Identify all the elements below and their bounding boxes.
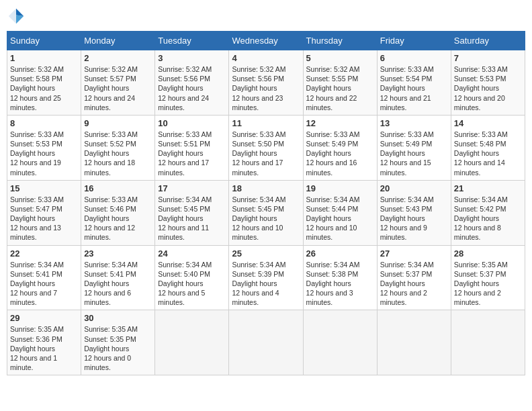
day-number: 9 — [84, 118, 152, 128]
daylight-duration: 12 hours and 0 minutes. — [84, 354, 131, 371]
day-number: 15 — [10, 183, 78, 193]
day-info: Sunrise: 5:35 AM Sunset: 5:37 PM Dayligh… — [454, 260, 522, 308]
sunrise-label: Sunrise: 5:34 AM — [84, 261, 138, 269]
daylight-label: Daylight hours — [232, 149, 277, 157]
daylight-label: Daylight hours — [306, 214, 351, 222]
calendar-week-5: 29 Sunrise: 5:35 AM Sunset: 5:36 PM Dayl… — [7, 310, 525, 375]
day-info: Sunrise: 5:32 AM Sunset: 5:57 PM Dayligh… — [84, 64, 152, 112]
calendar-cell — [303, 310, 377, 375]
sunset-label: Sunset: 5:44 PM — [306, 205, 359, 213]
day-number: 25 — [232, 248, 300, 259]
day-info: Sunrise: 5:34 AM Sunset: 5:42 PM Dayligh… — [454, 195, 522, 242]
day-info: Sunrise: 5:33 AM Sunset: 5:49 PM Dayligh… — [306, 130, 374, 177]
daylight-duration: 12 hours and 22 minutes. — [306, 94, 357, 111]
sunrise-label: Sunrise: 5:34 AM — [454, 195, 508, 203]
sunset-label: Sunset: 5:48 PM — [454, 140, 506, 148]
daylight-duration: 12 hours and 2 minutes. — [454, 289, 501, 306]
daylight-duration: 12 hours and 2 minutes. — [380, 289, 427, 306]
daylight-label: Daylight hours — [380, 84, 425, 92]
day-number: 3 — [158, 53, 226, 63]
calendar-week-4: 22 Sunrise: 5:34 AM Sunset: 5:41 PM Dayl… — [7, 245, 525, 310]
day-header-thursday: Thursday — [303, 32, 377, 50]
sunrise-label: Sunrise: 5:32 AM — [84, 65, 138, 73]
sunrise-label: Sunrise: 5:32 AM — [232, 65, 285, 73]
calendar-cell: 4 Sunrise: 5:32 AM Sunset: 5:56 PM Dayli… — [229, 50, 303, 116]
day-number: 19 — [306, 183, 374, 193]
calendar-cell: 17 Sunrise: 5:34 AM Sunset: 5:45 PM Dayl… — [155, 180, 229, 245]
daylight-duration: 12 hours and 10 minutes. — [306, 224, 357, 241]
day-number: 16 — [84, 183, 152, 193]
calendar-cell: 15 Sunrise: 5:33 AM Sunset: 5:47 PM Dayl… — [7, 180, 81, 245]
day-number: 17 — [158, 183, 226, 193]
calendar-cell: 12 Sunrise: 5:33 AM Sunset: 5:49 PM Dayl… — [303, 115, 377, 180]
daylight-label: Daylight hours — [158, 149, 203, 157]
daylight-duration: 12 hours and 25 minutes. — [10, 94, 61, 111]
daylight-duration: 12 hours and 15 minutes. — [380, 158, 431, 176]
svg-marker-1 — [16, 9, 24, 16]
sunrise-label: Sunrise: 5:35 AM — [454, 261, 508, 269]
day-info: Sunrise: 5:34 AM Sunset: 5:39 PM Dayligh… — [232, 260, 300, 308]
calendar-cell: 30 Sunrise: 5:35 AM Sunset: 5:35 PM Dayl… — [81, 310, 155, 375]
day-number: 10 — [158, 118, 226, 128]
day-number: 7 — [454, 53, 522, 63]
sunset-label: Sunset: 5:56 PM — [232, 75, 284, 83]
sunset-label: Sunset: 5:47 PM — [10, 205, 62, 213]
sunset-label: Sunset: 5:52 PM — [84, 140, 136, 148]
calendar-cell: 9 Sunrise: 5:33 AM Sunset: 5:52 PM Dayli… — [81, 115, 155, 180]
sunset-label: Sunset: 5:49 PM — [306, 140, 359, 148]
sunset-label: Sunset: 5:37 PM — [454, 270, 506, 278]
sunset-label: Sunset: 5:49 PM — [380, 140, 433, 148]
calendar-cell: 18 Sunrise: 5:34 AM Sunset: 5:45 PM Dayl… — [229, 180, 303, 245]
sunset-label: Sunset: 5:51 PM — [158, 140, 210, 148]
daylight-duration: 12 hours and 13 minutes. — [10, 224, 61, 241]
daylight-duration: 12 hours and 10 minutes. — [232, 224, 283, 241]
daylight-label: Daylight hours — [10, 149, 55, 157]
calendar-cell — [229, 310, 303, 375]
calendar-cell: 22 Sunrise: 5:34 AM Sunset: 5:41 PM Dayl… — [7, 245, 81, 310]
day-info: Sunrise: 5:34 AM Sunset: 5:37 PM Dayligh… — [380, 260, 448, 308]
daylight-label: Daylight hours — [232, 214, 277, 222]
day-number: 22 — [10, 248, 78, 259]
sunrise-label: Sunrise: 5:35 AM — [10, 325, 64, 333]
calendar-cell — [451, 310, 525, 375]
calendar-cell: 21 Sunrise: 5:34 AM Sunset: 5:42 PM Dayl… — [451, 180, 525, 245]
daylight-label: Daylight hours — [84, 279, 129, 287]
logo-icon — [7, 7, 26, 26]
day-number: 29 — [10, 313, 78, 323]
calendar-cell: 11 Sunrise: 5:33 AM Sunset: 5:50 PM Dayl… — [229, 115, 303, 180]
calendar-cell: 5 Sunrise: 5:32 AM Sunset: 5:55 PM Dayli… — [303, 50, 377, 116]
sunrise-label: Sunrise: 5:33 AM — [10, 130, 64, 138]
day-info: Sunrise: 5:34 AM Sunset: 5:44 PM Dayligh… — [306, 195, 374, 242]
day-info: Sunrise: 5:33 AM Sunset: 5:50 PM Dayligh… — [232, 130, 300, 177]
daylight-label: Daylight hours — [158, 279, 203, 287]
day-number: 28 — [454, 248, 522, 259]
daylight-label: Daylight hours — [454, 149, 499, 157]
daylight-duration: 12 hours and 20 minutes. — [454, 94, 505, 111]
sunrise-label: Sunrise: 5:34 AM — [232, 195, 285, 203]
sunrise-label: Sunrise: 5:34 AM — [158, 195, 212, 203]
sunset-label: Sunset: 5:42 PM — [454, 205, 506, 213]
sunset-label: Sunset: 5:39 PM — [232, 270, 284, 278]
calendar-cell: 24 Sunrise: 5:34 AM Sunset: 5:40 PM Dayl… — [155, 245, 229, 310]
calendar-cell: 28 Sunrise: 5:35 AM Sunset: 5:37 PM Dayl… — [451, 245, 525, 310]
daylight-duration: 12 hours and 19 minutes. — [10, 158, 61, 176]
day-info: Sunrise: 5:33 AM Sunset: 5:46 PM Dayligh… — [84, 195, 152, 242]
daylight-duration: 12 hours and 21 minutes. — [380, 94, 431, 111]
day-header-monday: Monday — [81, 32, 155, 50]
daylight-label: Daylight hours — [306, 279, 351, 287]
day-info: Sunrise: 5:32 AM Sunset: 5:56 PM Dayligh… — [232, 64, 300, 112]
daylight-duration: 12 hours and 4 minutes. — [232, 289, 279, 306]
sunrise-label: Sunrise: 5:34 AM — [380, 261, 434, 269]
daylight-duration: 12 hours and 6 minutes. — [84, 289, 131, 306]
day-info: Sunrise: 5:34 AM Sunset: 5:40 PM Dayligh… — [158, 260, 226, 308]
sunrise-label: Sunrise: 5:34 AM — [10, 261, 64, 269]
day-info: Sunrise: 5:34 AM Sunset: 5:38 PM Dayligh… — [306, 260, 374, 308]
daylight-label: Daylight hours — [10, 84, 55, 92]
daylight-duration: 12 hours and 11 minutes. — [158, 224, 209, 241]
day-info: Sunrise: 5:33 AM Sunset: 5:53 PM Dayligh… — [454, 64, 522, 112]
calendar-cell: 8 Sunrise: 5:33 AM Sunset: 5:53 PM Dayli… — [7, 115, 81, 180]
day-number: 4 — [232, 53, 300, 63]
day-number: 24 — [158, 248, 226, 259]
daylight-label: Daylight hours — [380, 149, 425, 157]
calendar-cell: 29 Sunrise: 5:35 AM Sunset: 5:36 PM Dayl… — [7, 310, 81, 375]
